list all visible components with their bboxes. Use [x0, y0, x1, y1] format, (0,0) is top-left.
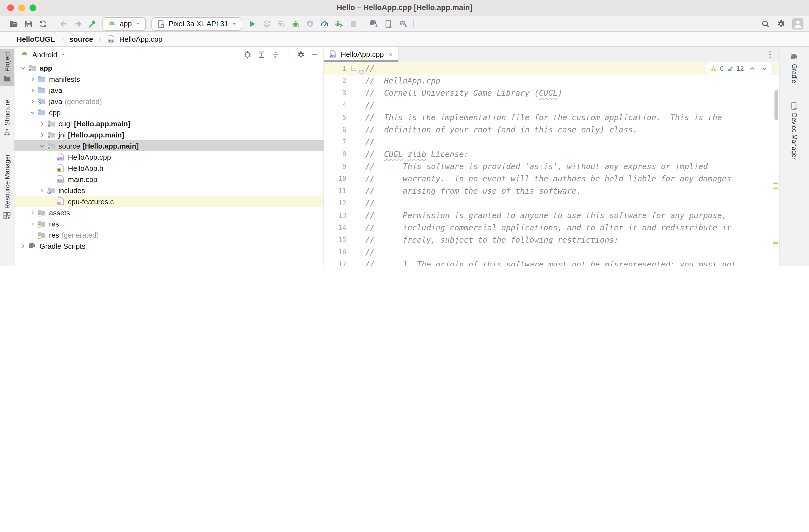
close-window-button[interactable] [7, 4, 14, 11]
code-line-15[interactable]: 15// freely, subject to the following re… [324, 234, 779, 246]
titlebar[interactable]: Hello – HelloApp.cpp [Hello.app.main] [0, 0, 809, 16]
tree-row-manifests[interactable]: manifests [15, 73, 324, 85]
tree-row-gradle-scripts[interactable]: Gradle Scripts [15, 241, 324, 251]
warning-stripe-mark[interactable] [773, 188, 778, 189]
tree-row-assets[interactable]: assets [15, 207, 324, 218]
tool-stripe-button-resource-manager[interactable]: Resource Manager [0, 152, 14, 223]
line-number[interactable]: 8 [324, 148, 346, 160]
tree-row-source[interactable]: source[Hello.app.main] [15, 140, 324, 152]
code-line-12[interactable]: 12// [324, 197, 779, 209]
editor-vertical-scrollbar[interactable] [774, 90, 778, 120]
code-line-9[interactable]: 9// This software is provided 'as-is', w… [324, 160, 779, 173]
tree-row-app[interactable]: app [15, 62, 324, 73]
breadcrumb-item-source[interactable]: source [69, 35, 93, 43]
hide-icon[interactable] [311, 50, 319, 59]
tree-chevron-right-icon[interactable] [38, 185, 46, 196]
line-number[interactable]: 10 [324, 173, 346, 185]
chevron-up-icon[interactable] [749, 65, 756, 72]
code-line-10[interactable]: 10// warranty. In no event will the auth… [324, 173, 779, 185]
tree-row-jni[interactable]: jni[Hello.app.main] [15, 129, 324, 140]
line-number[interactable]: 4 [324, 99, 346, 111]
tree-chevron-down-icon[interactable] [29, 107, 37, 118]
warning-stripe-mark[interactable] [773, 242, 778, 244]
line-number[interactable]: 5 [324, 111, 346, 124]
tree-chevron-right-icon[interactable] [29, 85, 37, 96]
apply-code-changes-button[interactable] [274, 17, 288, 30]
locate-icon[interactable] [243, 50, 252, 59]
tool-stripe-button-structure[interactable]: Structure [0, 97, 14, 139]
editor-tab-helloapp-cpp[interactable]: C++ HelloApp.cpp × [324, 47, 398, 62]
run-configuration-select[interactable]: app [102, 17, 145, 30]
tree-row-helloapp-h[interactable]: HHelloApp.h [15, 162, 324, 174]
sdk-manager-button[interactable] [396, 17, 410, 30]
tree-row-helloapp-cpp[interactable]: C++HelloApp.cpp [15, 152, 324, 162]
line-number[interactable]: 1 [324, 62, 346, 75]
line-number[interactable]: 11 [324, 185, 346, 197]
tool-stripe-button-gradle[interactable]: Gradle [779, 50, 809, 86]
code-line-13[interactable]: 13// Permission is granted to anyone to … [324, 209, 779, 221]
line-number[interactable]: 15 [324, 234, 346, 246]
breadcrumb-item-hellocugl[interactable]: HelloCUGL [17, 35, 55, 43]
line-number[interactable]: 16 [324, 246, 346, 258]
sync-button[interactable] [36, 17, 50, 30]
settings-icon[interactable] [777, 19, 786, 29]
warning-stripe-mark[interactable] [773, 182, 778, 184]
line-number[interactable]: 13 [324, 209, 346, 221]
chevron-down-icon[interactable] [760, 65, 768, 72]
apply-changes-button[interactable]: A [259, 17, 274, 30]
tree-chevron-right-icon[interactable] [29, 96, 37, 107]
tree-row-cugl[interactable]: cugl[Hello.app.main] [15, 118, 324, 129]
build-hammer-button[interactable] [85, 17, 100, 30]
tree-row-main-cpp[interactable]: C++main.cpp [15, 174, 324, 185]
device-manager-button[interactable] [381, 17, 396, 30]
fold-minus-icon[interactable] [350, 65, 358, 72]
code-line-4[interactable]: 4// [324, 99, 779, 111]
tree-chevron-right-icon[interactable] [29, 218, 37, 229]
attach-debugger-button[interactable] [332, 17, 346, 30]
profiler-button[interactable] [317, 17, 332, 30]
close-tab-icon[interactable]: × [388, 50, 393, 59]
save-button[interactable] [21, 17, 36, 30]
settings-icon[interactable] [297, 50, 305, 59]
line-number[interactable]: 12 [324, 197, 346, 209]
stop-button[interactable] [346, 17, 361, 30]
tree-row-includes[interactable]: includes [15, 185, 324, 196]
code-line-8[interactable]: 8// CUGL zlib License: [324, 148, 779, 160]
code-line-11[interactable]: 11// arising from the use of this softwa… [324, 185, 779, 197]
code-line-6[interactable]: 6// definition of your root (and in this… [324, 124, 779, 136]
expand-all-icon[interactable] [257, 50, 265, 59]
code-line-5[interactable]: 5// This is the implementation file for … [324, 111, 779, 124]
line-number[interactable]: 7 [324, 136, 346, 148]
tool-stripe-button-device-manager[interactable]: Device Manager [779, 99, 809, 162]
back-button[interactable] [56, 17, 71, 30]
tree-chevron-right-icon[interactable] [38, 129, 46, 140]
device-select[interactable]: Pixel 3a XL API 31 [151, 17, 242, 30]
coverage-button[interactable] [303, 17, 317, 30]
tree-row-res[interactable]: res [15, 218, 324, 229]
code-line-7[interactable]: 7// [324, 136, 779, 148]
tool-stripe-button-project[interactable]: Project [0, 49, 14, 86]
search-icon[interactable] [761, 19, 770, 29]
tree-row-cpp[interactable]: cpp [15, 107, 324, 118]
run-button[interactable] [245, 17, 259, 30]
debug-button[interactable] [288, 17, 303, 30]
gradle-sync-button[interactable] [367, 17, 381, 30]
forward-button[interactable] [71, 17, 85, 30]
tree-row-java-generated[interactable]: java(generated) [15, 96, 324, 107]
tree-chevron-right-icon[interactable] [19, 241, 27, 251]
code-line-16[interactable]: 16// [324, 246, 779, 258]
line-number[interactable]: 17 [324, 258, 346, 266]
open-button[interactable] [7, 17, 21, 30]
code-area[interactable]: 1//2// HelloApp.cpp3// Cornell Universit… [324, 62, 779, 266]
zoom-window-button[interactable] [30, 4, 36, 11]
code-line-2[interactable]: 2// HelloApp.cpp [324, 75, 779, 87]
project-view-selector[interactable]: Android [20, 50, 66, 59]
avatar-icon[interactable] [792, 18, 804, 30]
line-number[interactable]: 3 [324, 87, 346, 99]
tree-row-cpu-features-c[interactable]: Ccpu-features.c [15, 196, 324, 207]
minimize-window-button[interactable] [18, 4, 25, 11]
collapse-all-icon[interactable] [271, 50, 279, 59]
tree-chevron-down-icon[interactable] [19, 62, 27, 73]
tree-chevron-right-icon[interactable] [29, 73, 37, 85]
line-number[interactable]: 14 [324, 221, 346, 234]
